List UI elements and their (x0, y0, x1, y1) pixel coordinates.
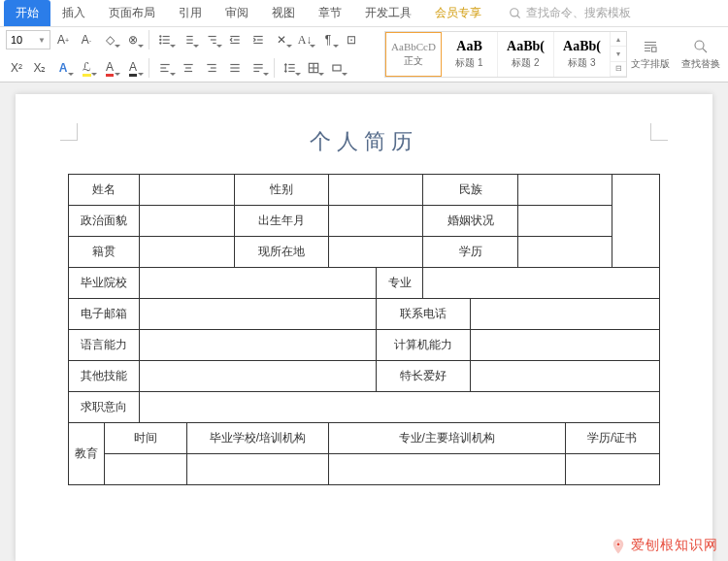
cell[interactable] (186, 454, 328, 485)
cell[interactable] (140, 361, 377, 392)
decrease-indent-icon[interactable] (224, 29, 246, 50)
cell[interactable] (517, 206, 612, 237)
cell[interactable] (423, 268, 660, 299)
decrease-font-icon[interactable]: A- (76, 29, 97, 50)
align-justify-icon[interactable] (224, 57, 246, 79)
cell[interactable] (471, 299, 660, 330)
number-list-icon[interactable] (178, 29, 199, 50)
tab-chapter[interactable]: 章节 (307, 0, 353, 26)
text-layout-icon (642, 38, 659, 55)
label-education-section: 教育 (69, 423, 105, 485)
tab-start[interactable]: 开始 (4, 0, 50, 26)
text-layout-button[interactable]: 文字排版 (631, 38, 670, 71)
cell[interactable] (140, 175, 234, 206)
label-politics: 政治面貌 (69, 206, 140, 237)
cell[interactable] (140, 206, 234, 237)
superscript-icon[interactable]: X² (6, 57, 27, 79)
style-heading2[interactable]: AaBb( 标题 2 (498, 32, 554, 77)
style-heading1[interactable]: AaB 标题 1 (442, 32, 498, 77)
label-time: 时间 (104, 423, 186, 454)
margin-corner-tl (60, 123, 78, 141)
cell[interactable] (140, 392, 660, 423)
resume-table[interactable]: 姓名 性别 民族 政治面貌 出生年月 婚姻状况 籍贯 现所在地 (68, 174, 660, 485)
label-skills: 其他技能 (69, 361, 140, 392)
cell[interactable] (328, 175, 422, 206)
align-distribute-icon[interactable] (248, 57, 269, 79)
cell[interactable] (565, 454, 659, 485)
change-case-icon[interactable]: ⊗ (122, 29, 144, 50)
font-color-icon[interactable]: A (99, 57, 120, 79)
asian-layout-icon[interactable]: ✕ (271, 29, 292, 50)
cell[interactable] (471, 361, 660, 392)
style-heading3[interactable]: AaBb( 标题 3 (554, 32, 611, 77)
cell[interactable] (140, 268, 377, 299)
document-page[interactable]: 个人简历 姓名 性别 民族 政治面貌 (16, 94, 712, 561)
document-title: 个人简历 (68, 127, 660, 156)
tab-review[interactable]: 审阅 (214, 0, 260, 26)
svg-line-1 (517, 15, 520, 17)
multilevel-list-icon[interactable] (201, 29, 222, 50)
tab-view[interactable]: 视图 (260, 0, 307, 26)
font-size-select[interactable]: 10 ▼ (6, 30, 50, 50)
tab-stop-icon[interactable] (326, 57, 347, 79)
border-icon[interactable] (303, 57, 324, 79)
tab-references[interactable]: 引用 (167, 0, 214, 26)
highlight-icon[interactable]: ℒ (76, 57, 97, 79)
cell[interactable] (328, 454, 565, 485)
font-size-value: 10 (11, 34, 22, 46)
watermark: 爱刨根知识网 (610, 537, 719, 555)
table-row: 政治面貌 出生年月 婚姻状况 (69, 206, 660, 237)
line-spacing-icon[interactable] (280, 57, 301, 79)
table-row: 语言能力 计算机能力 (69, 330, 660, 361)
cell[interactable] (517, 175, 612, 206)
subscript-icon[interactable]: X₂ (29, 57, 50, 79)
ribbon: 10 ▼ A+ A- ◇ ⊗ ✕ A↓ ¶ ⊡ X² (0, 27, 728, 82)
cell[interactable] (140, 237, 234, 268)
photo-cell[interactable] (612, 175, 660, 268)
align-right-icon[interactable] (201, 57, 222, 79)
cell[interactable] (140, 299, 377, 330)
label-phone: 联系电话 (376, 299, 470, 330)
tab-insert[interactable]: 插入 (50, 0, 97, 26)
label-email: 电子邮箱 (69, 299, 140, 330)
style-up-icon[interactable]: ▴ (611, 32, 626, 47)
paragraph-mark-icon[interactable]: ¶ (317, 29, 339, 50)
watermark-icon (610, 538, 627, 555)
style-preview: AaBb( (507, 39, 545, 54)
cell[interactable] (104, 454, 186, 485)
tab-devtools[interactable]: 开发工具 (353, 0, 423, 26)
clear-format-icon[interactable]: ◇ (99, 29, 120, 50)
label-marriage: 婚姻状况 (423, 206, 517, 237)
label-major: 专业 (376, 268, 423, 299)
command-search[interactable]: 查找命令、搜索模板 (509, 5, 631, 21)
cell[interactable] (140, 330, 377, 361)
increase-font-icon[interactable]: A+ (52, 29, 74, 50)
label-name: 姓名 (69, 175, 140, 206)
tab-pagelayout[interactable]: 页面布局 (97, 0, 167, 26)
table-row: 其他技能 特长爱好 (69, 361, 660, 392)
label-gender: 性别 (234, 175, 328, 206)
cell[interactable] (517, 237, 612, 268)
table-row: 姓名 性别 民族 (69, 175, 660, 206)
cell[interactable] (471, 330, 660, 361)
align-text-box-icon[interactable]: ⊡ (341, 29, 362, 50)
table-row: 毕业院校 专业 (69, 268, 660, 299)
style-gallery-nav: ▴ ▾ ⊟ (611, 32, 626, 77)
style-down-icon[interactable]: ▾ (611, 47, 626, 61)
align-center-icon[interactable] (178, 57, 199, 79)
align-left-icon[interactable] (154, 57, 176, 79)
shading-icon[interactable]: A (122, 57, 144, 79)
cell[interactable] (328, 237, 422, 268)
font-effect-icon[interactable]: A (52, 57, 74, 79)
table-row: 求职意向 (69, 392, 660, 423)
find-replace-button[interactable]: 查找替换 (681, 38, 720, 71)
sort-icon[interactable]: A↓ (294, 29, 315, 50)
style-normal[interactable]: AaBbCcD 正文 (385, 32, 442, 77)
tab-member[interactable]: 会员专享 (423, 0, 493, 26)
bullet-list-icon[interactable] (154, 29, 176, 50)
style-gallery: AaBbCcD 正文 AaB 标题 1 AaBb( 标题 2 AaBb( 标题 … (384, 31, 627, 78)
increase-indent-icon[interactable] (248, 29, 269, 50)
separator (149, 30, 149, 50)
style-more-icon[interactable]: ⊟ (611, 62, 626, 77)
cell[interactable] (328, 206, 422, 237)
